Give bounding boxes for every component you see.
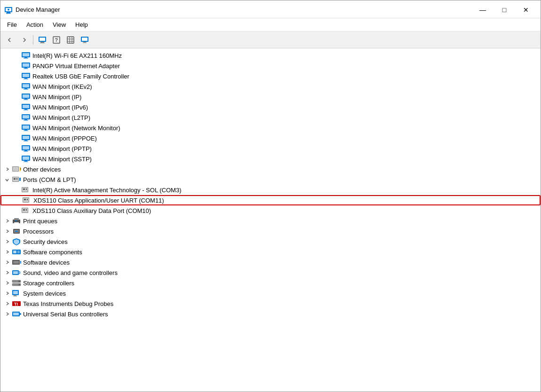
label-storage: Storage controllers (23, 280, 74, 287)
svg-rect-31 (24, 79, 28, 79)
expander-ports[interactable] (2, 175, 12, 184)
tree-item-processors[interactable]: Processors (0, 226, 541, 236)
svg-rect-29 (23, 74, 29, 77)
expander-print-queues[interactable] (2, 216, 12, 226)
label-sw-components: Software components (23, 249, 82, 256)
svg-point-4 (8, 8, 9, 10)
label-system-devices: System devices (23, 290, 66, 297)
tree-item-storage[interactable]: Storage controllers (0, 278, 541, 288)
tree-item-sw-components[interactable]: Software components (0, 247, 541, 257)
tree-item-wan-l2tp[interactable]: WAN Miniport (L2TP) (0, 112, 541, 123)
tree-item-xds110-data[interactable]: XDS110 Class Auxiliary Data Port (COM10) (0, 205, 541, 216)
maximize-button[interactable]: □ (493, 4, 515, 16)
app-icon (4, 6, 13, 14)
expander-other-devices[interactable] (2, 165, 12, 174)
toolbar-separator-1 (33, 35, 33, 45)
show-hidden-button[interactable] (64, 34, 77, 46)
menu-action[interactable]: Action (22, 20, 48, 30)
menu-help[interactable]: Help (71, 20, 93, 30)
minimize-button[interactable]: — (472, 4, 493, 16)
icon-realtek (21, 72, 31, 80)
forward-icon (20, 36, 28, 44)
tree-item-wan-ip[interactable]: WAN Miniport (IP) (0, 92, 541, 102)
label-sw-devices: Software devices (23, 259, 70, 266)
svg-rect-47 (24, 120, 28, 121)
device-tree[interactable]: Intel(R) Wi-Fi 6E AX211 160MHz PANGP Vir… (0, 48, 541, 392)
display-button[interactable] (78, 34, 91, 46)
tree-item-security-devices[interactable]: Security devices (0, 236, 541, 247)
icon-sound (12, 269, 21, 276)
label-processors: Processors (23, 228, 54, 235)
label-other-devices: Other devices (23, 166, 61, 173)
tree-item-amt-sol[interactable]: Intel(R) Active Management Technology - … (0, 185, 541, 195)
grid-icon (67, 36, 74, 44)
expander-sound[interactable] (2, 268, 12, 277)
tree-item-xds110-uart[interactable]: XDS110 Class Application/User UART (COM1… (0, 195, 541, 205)
print-icon (12, 217, 21, 225)
back-button[interactable] (3, 34, 16, 46)
expander-processors[interactable] (2, 227, 12, 236)
title-bar: Device Manager — □ ✕ (0, 0, 541, 18)
svg-point-102 (19, 281, 20, 282)
tree-item-realtek[interactable]: Realtek USB GbE Family Controller (0, 71, 541, 81)
tree-item-sound[interactable]: Sound, video and game controllers (0, 267, 541, 278)
svg-rect-99 (13, 271, 18, 274)
menu-bar: File Action View Help (0, 18, 541, 31)
window-controls: — □ ✕ (472, 4, 537, 16)
network-icon (21, 134, 31, 142)
svg-rect-84 (26, 209, 27, 211)
expander-storage[interactable] (2, 278, 12, 288)
tree-item-system-devices[interactable]: System devices (0, 288, 541, 298)
icon-ti-debug: TI (12, 300, 21, 307)
svg-rect-72 (19, 178, 21, 181)
svg-rect-79 (24, 199, 26, 200)
icon-xds110-uart (22, 196, 32, 204)
tree-item-pangp[interactable]: PANGP Virtual Ethernet Adapter (0, 61, 541, 71)
label-wan-ikev2: WAN Miniport (IKEv2) (32, 83, 92, 90)
tree-item-wifi[interactable]: Intel(R) Wi-Fi 6E AX211 160MHz (0, 50, 541, 61)
tree-item-print-queues[interactable]: Print queues (0, 216, 541, 226)
svg-rect-11 (67, 37, 74, 43)
expander-security-devices[interactable] (2, 237, 12, 246)
svg-rect-38 (24, 99, 27, 100)
tree-item-wan-ipv6[interactable]: WAN Miniport (IPv6) (0, 102, 541, 112)
usb-icon (12, 310, 21, 318)
tree-item-ports[interactable]: Ports (COM & LPT) (0, 174, 541, 185)
icon-usb-controllers (12, 310, 21, 318)
expander-system-devices[interactable] (2, 289, 12, 298)
tree-item-wan-sstp[interactable]: WAN Miniport (SSTP) (0, 154, 541, 164)
port-icon (22, 196, 32, 204)
svg-rect-83 (23, 209, 25, 211)
menu-view[interactable]: View (48, 20, 71, 30)
forward-button[interactable] (17, 34, 31, 46)
expander-sw-devices[interactable] (2, 258, 12, 267)
menu-file[interactable]: File (2, 20, 22, 30)
tree-item-other-devices[interactable]: ! Other devices (0, 164, 541, 174)
network-icon (21, 124, 31, 132)
network-icon (21, 155, 31, 163)
svg-rect-96 (13, 261, 19, 264)
label-wan-sstp: WAN Miniport (SSTP) (32, 156, 92, 163)
tree-item-usb-controllers[interactable]: Universal Serial Bus controllers (0, 309, 541, 319)
network-icon (21, 114, 31, 121)
expander-ti-debug[interactable] (2, 299, 12, 308)
tree-item-wan-ikev2[interactable]: WAN Miniport (IKEv2) (0, 81, 541, 92)
expander-sw-components[interactable] (2, 247, 12, 257)
close-button[interactable]: ✕ (515, 4, 537, 16)
expander-usb-controllers[interactable] (2, 309, 12, 319)
network-icon (21, 93, 31, 101)
svg-rect-46 (24, 119, 27, 120)
tree-item-wan-pppoe[interactable]: WAN Miniport (PPPOE) (0, 133, 541, 143)
svg-rect-21 (23, 53, 29, 56)
svg-rect-3 (6, 13, 11, 14)
help-properties-button[interactable]: ? (50, 34, 63, 46)
tree-item-wan-pptp[interactable]: WAN Miniport (PPTP) (0, 143, 541, 154)
tree-item-wan-netmon[interactable]: WAN Miniport (Network Monitor) (0, 123, 541, 133)
system-icon (12, 290, 21, 297)
device-tree-button[interactable] (36, 34, 49, 46)
tree-item-ti-debug[interactable]: TI Texas Instruments Debug Probes (0, 298, 541, 309)
svg-rect-18 (83, 42, 86, 43)
svg-rect-8 (40, 43, 45, 43)
tree-item-sw-devices[interactable]: Software devices (0, 257, 541, 267)
svg-rect-34 (24, 88, 27, 89)
